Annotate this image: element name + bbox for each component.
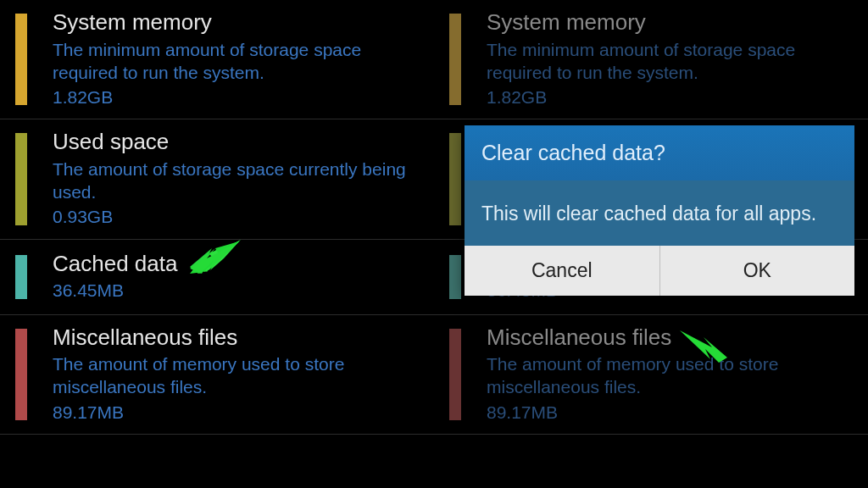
row-title: System memory <box>53 8 419 36</box>
row-desc: The amount of storage space currently be… <box>53 158 419 204</box>
cancel-button[interactable]: Cancel <box>465 246 659 296</box>
color-bar <box>449 14 461 105</box>
color-bar <box>15 329 27 420</box>
row-size: 89.17MB <box>487 401 853 424</box>
color-bar <box>449 133 461 225</box>
row-title: Used space <box>53 128 419 156</box>
color-bar <box>449 255 461 299</box>
row-title: System memory <box>487 8 853 36</box>
row-title: Miscellaneous files <box>487 324 853 352</box>
row-size: 89.17MB <box>53 401 419 424</box>
storage-list-left: System memory The minimum amount of stor… <box>0 0 434 488</box>
storage-row-system: System memory The minimum amount of stor… <box>434 0 868 119</box>
color-bar <box>449 329 461 420</box>
row-size: 1.82GB <box>53 86 419 108</box>
dialog-message: This will clear cached data for all apps… <box>465 180 854 246</box>
row-desc: The amount of memory used to store misce… <box>53 352 419 399</box>
color-bar <box>15 133 27 225</box>
storage-row-system[interactable]: System memory The minimum amount of stor… <box>0 0 434 119</box>
row-size: 36.45MB <box>53 279 419 302</box>
row-desc: The amount of memory used to store misce… <box>487 352 853 399</box>
dialog-title: Clear cached data? <box>465 125 854 180</box>
storage-row-cached[interactable]: Cached data 36.45MB <box>0 240 434 315</box>
storage-row-used[interactable]: Used space The amount of storage space c… <box>0 119 434 239</box>
row-desc: The minimum amount of storage space requ… <box>487 38 853 85</box>
ok-button[interactable]: OK <box>660 246 855 296</box>
color-bar <box>15 14 27 105</box>
dialog-button-row: Cancel OK <box>465 246 854 296</box>
row-size: 1.82GB <box>487 86 853 108</box>
row-desc: The minimum amount of storage space requ… <box>53 38 419 85</box>
row-title: Miscellaneous files <box>53 324 419 352</box>
color-bar <box>15 255 27 299</box>
clear-cache-dialog: Clear cached data? This will clear cache… <box>465 125 854 296</box>
storage-row-misc[interactable]: Miscellaneous files The amount of memory… <box>0 315 434 435</box>
row-title: Cached data <box>53 250 419 278</box>
row-size: 0.93GB <box>53 205 419 228</box>
storage-row-misc: Miscellaneous files The amount of memory… <box>434 315 868 435</box>
